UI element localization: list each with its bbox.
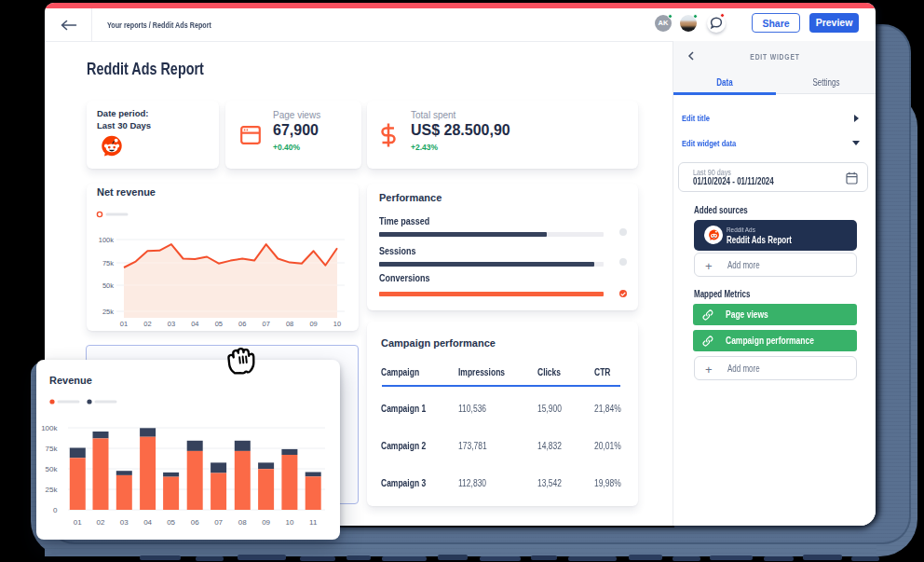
- svg-text:50k: 50k: [102, 281, 114, 290]
- svg-text:75k: 75k: [46, 445, 59, 453]
- svg-text:05: 05: [215, 320, 223, 328]
- svg-text:25k: 25k: [102, 308, 114, 316]
- svg-text:02: 02: [97, 518, 105, 527]
- svg-text:03: 03: [168, 320, 175, 328]
- svg-text:06: 06: [191, 518, 199, 527]
- svg-text:05: 05: [167, 518, 175, 527]
- svg-text:01: 01: [120, 320, 128, 328]
- svg-text:50k: 50k: [46, 465, 59, 473]
- svg-text:04: 04: [191, 320, 198, 328]
- svg-text:0: 0: [53, 506, 58, 514]
- svg-text:10: 10: [333, 320, 341, 328]
- svg-text:75k: 75k: [102, 259, 114, 267]
- svg-text:11: 11: [309, 518, 318, 527]
- svg-text:25k: 25k: [46, 486, 59, 494]
- svg-text:07: 07: [214, 518, 223, 527]
- svg-text:08: 08: [238, 518, 247, 527]
- svg-text:03: 03: [120, 518, 129, 527]
- svg-text:07: 07: [263, 320, 270, 328]
- svg-text:06: 06: [238, 320, 246, 328]
- svg-text:09: 09: [309, 320, 317, 328]
- svg-text:09: 09: [262, 518, 270, 527]
- svg-text:04: 04: [143, 518, 152, 527]
- svg-text:100k: 100k: [99, 236, 115, 244]
- svg-text:100k: 100k: [41, 424, 58, 432]
- svg-text:08: 08: [286, 320, 293, 328]
- svg-text:02: 02: [143, 320, 151, 328]
- svg-text:01: 01: [74, 518, 82, 527]
- svg-text:10: 10: [285, 518, 293, 527]
